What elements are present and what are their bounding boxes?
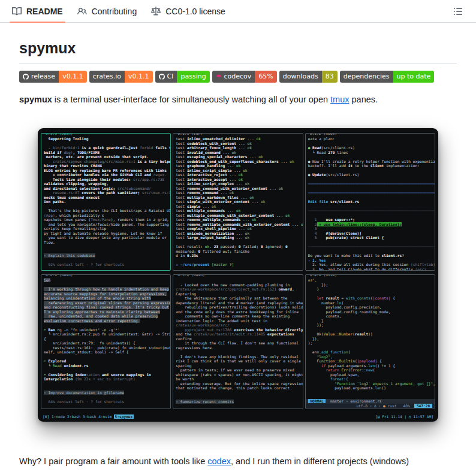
pane-content: test inline_unmatched_delimiter ... okte… bbox=[173, 134, 302, 270]
badge-ci[interactable]: CIpassing bbox=[155, 71, 210, 83]
github-logo-icon bbox=[159, 74, 165, 80]
badges-row: releasev0.1.1crates.iov0.1.1CIpassing☂co… bbox=[19, 71, 457, 83]
pane-content: - Looked over the new comment-padding pl… bbox=[173, 275, 302, 409]
tab-contributing-label: Contributing bbox=[92, 7, 137, 16]
outline-button[interactable] bbox=[450, 3, 466, 20]
readme-content: spymux releasev0.1.1crates.iov0.1.1CIpas… bbox=[0, 23, 476, 466]
readme-tabbar: README Contributing CC0-1.0 license bbox=[0, 0, 476, 23]
badge-codecov[interactable]: ☂codecov65% bbox=[212, 71, 277, 83]
tab-readme[interactable]: README bbox=[5, 0, 70, 22]
badge-dependencies[interactable]: dependenciesup to date bbox=[340, 71, 435, 83]
pane-title: 0:3.0 (bash) bbox=[176, 274, 207, 277]
codecov-umbrella-icon: ☂ bbox=[216, 74, 222, 80]
tmux-pane-0-2-0: 0:2.0 (bash)ion I'm working through how … bbox=[41, 274, 171, 409]
badge-label: dependencies bbox=[344, 71, 390, 83]
pane-title: 0:4.0 (nvim) bbox=[308, 274, 339, 277]
book-icon bbox=[12, 7, 22, 16]
tmux-link[interactable]: tmux bbox=[330, 95, 349, 104]
badge-value: up to date bbox=[393, 71, 435, 83]
badge-value: v0.1.1 bbox=[125, 71, 153, 83]
badge-value: passing bbox=[177, 71, 209, 83]
tmux-pane-0-3-0: 0:3.0 (bash) - Looked over the new comme… bbox=[173, 274, 303, 409]
badge-label: downloads bbox=[283, 71, 318, 83]
badge-value: v0.1.1 bbox=[59, 71, 87, 83]
badge-label: crates.io bbox=[93, 71, 121, 83]
intro-bold: spymux bbox=[19, 95, 52, 104]
intro-text2: panes. bbox=[349, 95, 378, 104]
tab-license-label: CC0-1.0 license bbox=[165, 7, 225, 16]
badge-value: 65% bbox=[255, 71, 276, 83]
pane-title: 0:1.1 (zsh) bbox=[176, 133, 204, 135]
pane-content: eate a plan: ● Read(src/client.rs) └ Rea… bbox=[306, 134, 435, 270]
badge-label: codecov bbox=[224, 71, 252, 83]
tmux-active-window: 5:spymux bbox=[114, 415, 134, 419]
page-title: spymux bbox=[19, 26, 457, 63]
people-icon bbox=[77, 7, 87, 16]
pane-title: 0:2.0 (bash) bbox=[44, 274, 75, 277]
intro-text1: is a terminal user-interface for simulta… bbox=[52, 95, 330, 104]
tmux-pane-0-1-1: 0:1.1 (zsh)test inline_unmatched_delimit… bbox=[173, 133, 303, 271]
outro-text2: , and I run them in different projects (… bbox=[231, 456, 409, 466]
outro-paragraph: Why? I pair program a fair amount with t… bbox=[19, 456, 457, 466]
github-logo-icon bbox=[23, 74, 29, 80]
tmux-status-right: [▤ Fri 11.14 | ◷ 11:57 AM] bbox=[375, 414, 433, 420]
pane-title: 0:1.0 (bash) bbox=[44, 133, 75, 135]
badge-crates-io[interactable]: crates.iov0.1.1 bbox=[89, 71, 153, 83]
badge-downloads[interactable]: downloads83 bbox=[279, 71, 338, 83]
pane-content: es", }); } let result = with_consts(|con… bbox=[306, 275, 435, 409]
pane-content: Supporting Tooling - bin/forbid:1 is a q… bbox=[41, 134, 170, 270]
tmux-pane-0-4-0: 0:4.0 (nvim)es", }); } let result = with… bbox=[305, 274, 435, 409]
badge-value: 83 bbox=[322, 71, 338, 83]
tmux-status-left: [0] 1:node 2:bash 3:bash 4:nvim5:spymux bbox=[43, 414, 134, 420]
pane-title: 0:1.2 (node) bbox=[308, 133, 339, 135]
badge-release[interactable]: releasev0.1.1 bbox=[19, 71, 87, 83]
intro-paragraph: spymux is a terminal user-interface for … bbox=[19, 95, 457, 104]
tab-readme-label: README bbox=[26, 7, 63, 16]
badge-label: CI bbox=[167, 71, 174, 83]
screenshot-image[interactable]: 0:1.0 (bash) Supporting Tooling - bin/fo… bbox=[38, 128, 438, 422]
pane-content: ion I'm working through how to handle in… bbox=[41, 275, 170, 409]
codex-link[interactable]: codex bbox=[207, 456, 231, 466]
tmux-statusbar: [0] 1:node 2:bash 3:bash 4:nvim5:spymux … bbox=[41, 413, 435, 420]
tab-contributing[interactable]: Contributing bbox=[70, 0, 144, 22]
law-icon bbox=[151, 7, 161, 16]
badge-label: release bbox=[31, 71, 55, 83]
terminal-window: 0:1.0 (bash) Supporting Tooling - bin/fo… bbox=[38, 128, 438, 422]
terminal-grid: 0:1.0 (bash) Supporting Tooling - bin/fo… bbox=[41, 131, 435, 409]
tmux-pane-0-1-2: 0:1.2 (node)eate a plan: ● Read(src/clie… bbox=[305, 133, 435, 271]
outro-text1: Why? I pair program a fair amount with t… bbox=[19, 456, 207, 466]
list-unordered-icon bbox=[453, 7, 463, 16]
tab-license[interactable]: CC0-1.0 license bbox=[144, 0, 233, 22]
tmux-pane-0-1-0: 0:1.0 (bash) Supporting Tooling - bin/fo… bbox=[41, 133, 171, 271]
